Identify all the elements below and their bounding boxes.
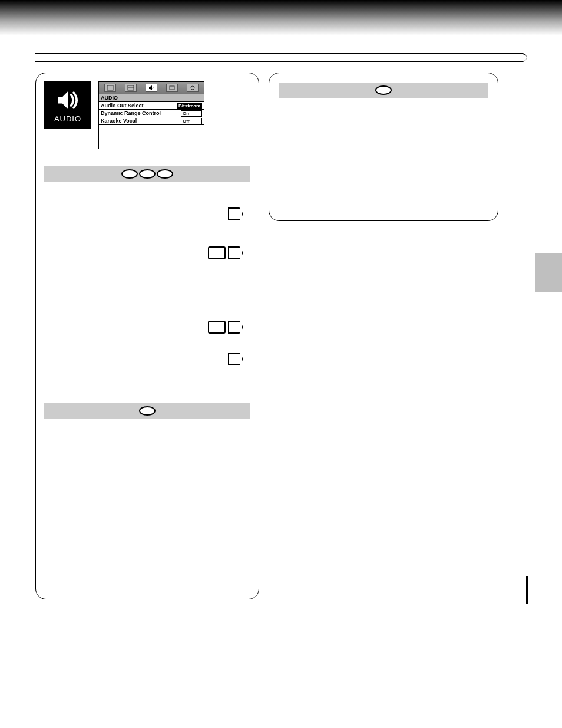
svg-point-4	[191, 86, 194, 90]
right-panel	[269, 73, 498, 221]
inline-icons	[44, 353, 250, 365]
side-tab	[535, 253, 562, 292]
ellipse-button-icon	[375, 85, 392, 95]
osd-tab-audio-icon	[146, 84, 157, 92]
osd-row-label: Karaoke Vocal	[101, 118, 137, 124]
inline-icons	[44, 207, 250, 220]
osd-tab-language-icon	[104, 84, 116, 92]
body-space	[44, 295, 250, 321]
speaker-icon	[55, 87, 81, 113]
step-bar	[44, 166, 250, 182]
ellipse-button-icon	[121, 169, 138, 179]
osd-row-value: Off	[181, 118, 202, 124]
rect-button-icon	[208, 321, 226, 334]
header-row: AUDIO	[36, 73, 259, 155]
inline-icons	[44, 321, 250, 334]
title-band	[35, 53, 527, 62]
osd-row-value: On	[181, 110, 202, 117]
body-space	[44, 182, 250, 207]
body-space	[44, 365, 250, 401]
section-audio-out	[36, 166, 259, 599]
audio-category-icon: AUDIO	[44, 81, 91, 129]
divider	[36, 159, 259, 159]
svg-rect-1	[128, 85, 134, 90]
right-arrow-button-icon	[228, 207, 243, 220]
osd-row-0: Audio Out Select Bitstream	[99, 102, 204, 110]
ellipse-button-icon	[139, 169, 156, 179]
columns: AUDIO	[35, 73, 527, 599]
body-space	[44, 419, 250, 589]
audio-label: AUDIO	[54, 114, 81, 123]
osd-row-1: Dynamic Range Control On	[99, 110, 204, 117]
right-arrow-button-icon	[228, 246, 243, 259]
svg-rect-3	[170, 86, 174, 90]
body-space	[44, 334, 250, 353]
osd-tab-operation-icon	[187, 84, 199, 92]
right-arrow-button-icon	[228, 321, 243, 334]
osd-title: AUDIO	[99, 94, 204, 102]
right-arrow-button-icon	[228, 353, 243, 365]
osd-row-label: Audio Out Select	[101, 103, 144, 108]
osd-row-value: Bitstream	[177, 103, 202, 109]
osd-tabs	[99, 82, 204, 94]
footer-divider	[526, 576, 528, 604]
body-space	[279, 98, 488, 210]
body-space	[44, 220, 250, 246]
osd-spacer	[99, 125, 204, 149]
osd-tab-display-icon	[166, 84, 178, 92]
osd-row-label: Dynamic Range Control	[101, 110, 161, 116]
osd-menu: AUDIO Audio Out Select Bitstream Dynamic…	[98, 81, 204, 149]
svg-rect-0	[107, 85, 113, 90]
body-space	[44, 259, 250, 295]
rect-button-icon	[208, 246, 226, 259]
ellipse-button-icon	[157, 169, 173, 179]
step-bar	[279, 83, 488, 98]
osd-tab-picture-icon	[125, 84, 137, 92]
ellipse-button-icon	[139, 406, 156, 416]
inline-icons	[44, 246, 250, 259]
left-panel: AUDIO	[35, 73, 259, 599]
osd-row-2: Karaoke Vocal Off	[99, 117, 204, 125]
page-content: AUDIO	[0, 35, 562, 611]
pill-group	[121, 169, 174, 179]
step-bar	[44, 403, 250, 419]
top-gradient	[0, 0, 562, 35]
